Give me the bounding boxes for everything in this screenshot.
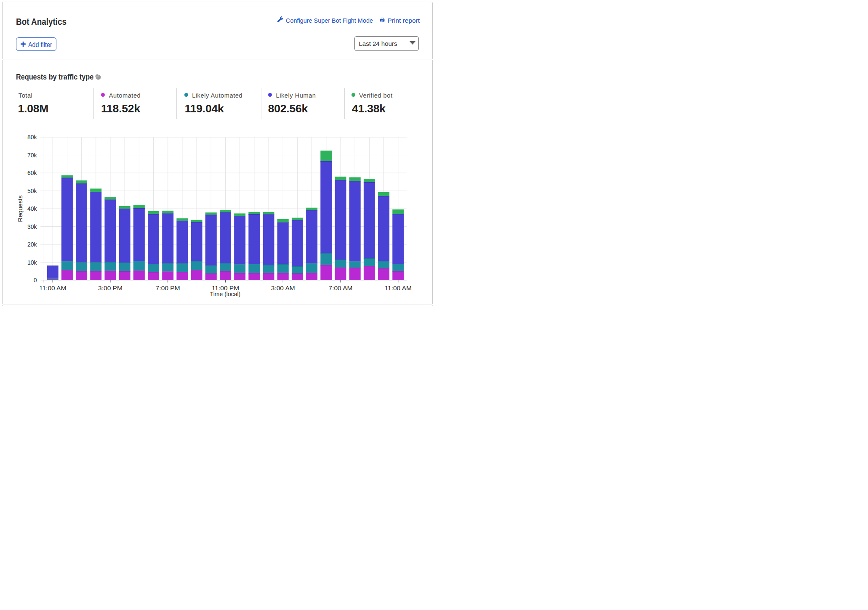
svg-text:3:00 PM: 3:00 PM: [98, 284, 122, 292]
svg-text:10k: 10k: [27, 259, 37, 266]
svg-text:50k: 50k: [27, 188, 37, 194]
svg-text:0: 0: [34, 277, 37, 284]
svg-text:7:00 PM: 7:00 PM: [156, 284, 180, 292]
svg-text:70k: 70k: [27, 152, 37, 159]
svg-text:Requests: Requests: [16, 195, 24, 222]
svg-text:20k: 20k: [27, 241, 37, 248]
svg-text:60k: 60k: [27, 170, 37, 176]
svg-text:7:00 AM: 7:00 AM: [329, 284, 353, 292]
svg-text:30k: 30k: [27, 223, 37, 230]
svg-text:80k: 80k: [27, 134, 37, 141]
svg-text:40k: 40k: [27, 205, 37, 212]
svg-text:11:00 AM: 11:00 AM: [39, 284, 66, 292]
svg-text:11:00 AM: 11:00 AM: [385, 284, 412, 292]
svg-text:Time (local): Time (local): [210, 291, 241, 297]
svg-text:3:00 AM: 3:00 AM: [271, 284, 295, 292]
